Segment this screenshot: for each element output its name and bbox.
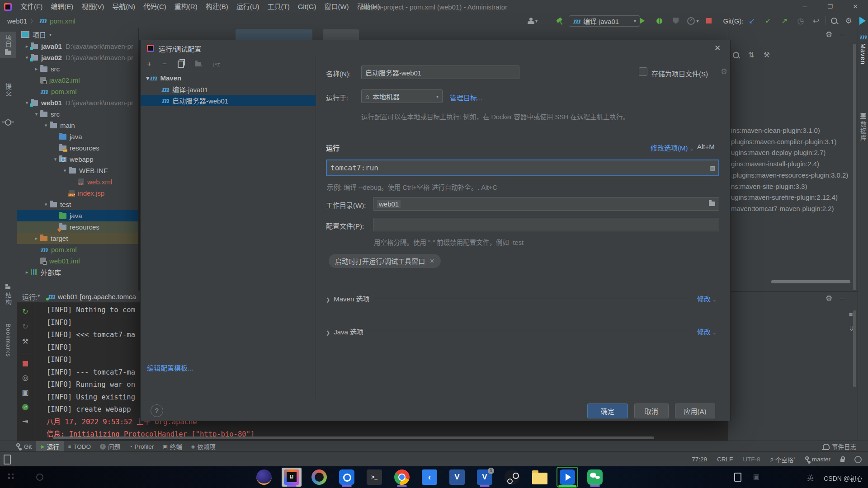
menu-item[interactable]: 代码(C) [139, 0, 170, 14]
eclipse-icon[interactable] [254, 468, 274, 487]
maven-vertical-scrollbar[interactable] [853, 44, 856, 290]
menu-item[interactable]: 窗口(W) [320, 0, 353, 14]
toolwindow-button-依赖项[interactable]: ◈依赖项 [187, 441, 220, 452]
stop-button[interactable] [703, 14, 714, 28]
maven-plugin-item[interactable]: .plugins:maven-resources-plugin:3.0.2) [731, 171, 848, 179]
menu-item[interactable]: 重构(R) [170, 0, 202, 14]
build-button[interactable] [554, 14, 566, 28]
gear-icon[interactable]: ⚙ [826, 295, 832, 302]
filter-icon[interactable]: ◎ [22, 374, 28, 381]
run-config-selector[interactable]: m 编译-java01 ▾ [569, 15, 640, 27]
minimize-button[interactable]: ─ [792, 0, 817, 14]
add-config-button[interactable]: + [147, 60, 151, 69]
line-ending[interactable]: CRLF [717, 456, 733, 463]
event-log-button[interactable]: 事件日志 [818, 441, 861, 452]
menu-item[interactable]: Git(G) [294, 0, 321, 14]
tree-item-java02.iml[interactable]: java02.iml [17, 75, 138, 86]
stripe-project-button[interactable]: 项目 [0, 32, 16, 58]
tree-item-pom.xml[interactable]: mpom.xml [17, 86, 138, 97]
menu-item[interactable]: 导航(N) [108, 0, 139, 14]
gear-icon[interactable]: ⚙ [721, 68, 727, 75]
stop-icon[interactable] [23, 361, 28, 366]
breadcrumb-file[interactable]: pom.xml [50, 17, 75, 25]
copy-config-icon[interactable] [178, 61, 184, 68]
coverage-button[interactable] [670, 14, 681, 28]
dialog-tree-root[interactable]: ▾mMaven [141, 72, 316, 84]
tray-icon[interactable]: ▣ [753, 473, 760, 481]
snapshot-icon[interactable]: ▣ [22, 389, 28, 396]
menu-item[interactable]: 构建(B) [202, 0, 232, 14]
tree-item-resources[interactable]: resources [17, 142, 138, 154]
sort-icon[interactable]: ↓ᵃz [212, 61, 220, 68]
stripe-structure-button[interactable]: 结构 [0, 281, 16, 308]
toolwindow-button-问题[interactable]: !问题 [95, 441, 125, 452]
console-horizontal-scrollbar[interactable] [53, 436, 654, 439]
stripe-commit-button[interactable]: 提交 [0, 80, 16, 99]
wechat-icon[interactable] [585, 468, 605, 487]
bottom-vertical-scrollbar[interactable] [853, 310, 856, 387]
file-explorer-icon[interactable] [530, 468, 550, 487]
run-on-select[interactable]: ⌂ 本地机器 ▾ [361, 89, 443, 103]
maximize-button[interactable]: ❐ [817, 0, 843, 14]
profiles-input[interactable] [373, 218, 719, 231]
close-icon[interactable]: ✕ [429, 258, 434, 264]
search-everywhere-button[interactable] [828, 14, 840, 28]
maven-options-section[interactable]: ❯Maven 选项 [326, 294, 369, 303]
chrome-icon[interactable] [392, 468, 412, 487]
tree-item-index.jsp[interactable]: index.jsp [17, 188, 138, 199]
modify-options-link[interactable]: 修改选项(M) ⌄ [651, 143, 693, 152]
run-button[interactable] [637, 14, 647, 28]
menu-item[interactable]: 编辑(E) [47, 0, 77, 14]
device-icon[interactable] [4, 455, 11, 465]
toolwindow-button-终端[interactable]: ▣终端 [158, 441, 186, 452]
hide-icon[interactable]: ─ [840, 295, 844, 302]
v-doc-icon[interactable]: V [447, 468, 467, 487]
maven-plugin-item[interactable]: maven:tomcat7-maven-plugin:2.2) [731, 205, 834, 212]
stripe-database-button[interactable]: 数据库 [858, 113, 868, 141]
command-line-input[interactable]: tomcat7:run ▤ [326, 160, 719, 176]
debug-button[interactable] [654, 14, 665, 28]
tree-item-pom.xml[interactable]: mpom.xml [17, 244, 138, 255]
maven-plugin-item[interactable]: gins:maven-install-plugin:2.4) [731, 160, 819, 168]
toolwindow-button-Profiler[interactable]: ◔Profiler [125, 441, 158, 452]
tree-item-main[interactable]: ▾main [17, 120, 138, 131]
toolwindow-button-Git[interactable]: Git [12, 441, 36, 452]
start-button[interactable] [6, 474, 14, 481]
steam-icon[interactable] [502, 468, 522, 487]
maven-plugin-item[interactable]: ugins:maven-surefire-plugin:2.12.4) [731, 193, 838, 201]
ok-button[interactable]: 确定 [587, 404, 628, 418]
dialog-config-item[interactable]: m编译-java01 [141, 84, 316, 95]
help-button[interactable]: ? [151, 404, 163, 417]
tree-item-target[interactable]: ▸target [17, 233, 138, 244]
media-player-icon[interactable] [557, 468, 577, 487]
menu-item[interactable]: 运行(U) [232, 0, 264, 14]
hide-icon[interactable]: ─ [840, 31, 844, 38]
rerun-icon[interactable]: ↻ [22, 308, 28, 315]
edit-templates-link[interactable]: 编辑配置模板... [147, 363, 193, 372]
rollback-button[interactable]: ↩ [810, 14, 822, 28]
tree-item-java01[interactable]: ▸java01D:\java\work\maven-pr [17, 41, 138, 52]
workdir-input[interactable]: web01 [373, 197, 719, 211]
git-branch-widget[interactable]: master [805, 456, 830, 463]
bluestacks-icon[interactable] [337, 468, 357, 487]
maven-plugin-item[interactable]: ns:maven-site-plugin:3.3) [731, 183, 807, 190]
user-profile-button[interactable]: ▾ [526, 14, 539, 28]
maven-plugin-item[interactable]: ins:maven-clean-plugin:3.1.0) [731, 127, 820, 134]
tree-item-test[interactable]: ▾test [17, 199, 138, 210]
editor-tab-fragment[interactable] [323, 29, 359, 40]
cancel-button[interactable]: 取消 [634, 404, 669, 418]
dialog-close-button[interactable]: ✕ [711, 42, 724, 55]
inspection-icon[interactable] [854, 456, 862, 463]
maven-horizontal-scrollbar[interactable] [771, 280, 850, 283]
menu-item[interactable]: 工具(T) [263, 0, 293, 14]
toolwindow-button-运行[interactable]: ▶运行 [36, 441, 63, 452]
maven-settings-icon[interactable]: ⚒ [763, 52, 769, 59]
browse-folder-icon[interactable] [709, 202, 715, 206]
stripe-bookmarks-button[interactable]: Bookmarks [0, 321, 16, 360]
java-modify-link[interactable]: 修改 ⌄ [697, 327, 717, 336]
run-tab[interactable]: m web01 [org.apache.tomca [47, 293, 136, 300]
v-doc-badge-icon[interactable]: V [475, 468, 495, 487]
menu-item[interactable]: 视图(V) [77, 0, 108, 14]
jump-to-end-icon[interactable]: ⇥ [22, 418, 28, 425]
tree-item-src[interactable]: ▸src [17, 63, 138, 75]
